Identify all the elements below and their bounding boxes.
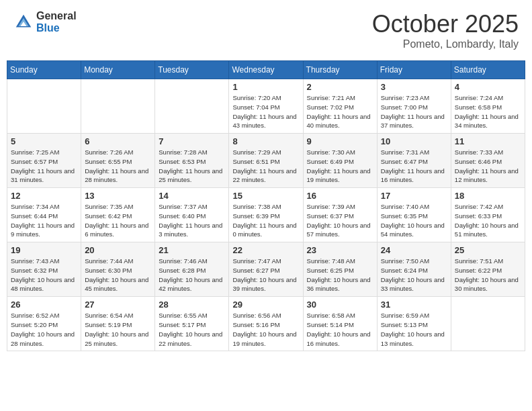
day-number: 2 bbox=[307, 82, 373, 92]
day-number: 31 bbox=[381, 300, 447, 310]
day-number: 11 bbox=[455, 136, 521, 146]
day-info: Sunrise: 7:47 AM Sunset: 6:27 PM Dayligh… bbox=[232, 257, 299, 293]
calendar-cell bbox=[81, 79, 155, 134]
calendar-cell: 14Sunrise: 7:37 AM Sunset: 6:40 PM Dayli… bbox=[155, 188, 229, 242]
calendar-cell: 13Sunrise: 7:35 AM Sunset: 6:42 PM Dayli… bbox=[81, 188, 155, 242]
weekday-header-row: SundayMondayTuesdayWednesdayThursdayFrid… bbox=[7, 61, 525, 79]
location-text: Pometo, Lombardy, Italy bbox=[372, 38, 519, 50]
weekday-header-saturday: Saturday bbox=[451, 61, 525, 79]
day-number: 25 bbox=[455, 245, 521, 255]
day-info: Sunrise: 7:21 AM Sunset: 7:02 PM Dayligh… bbox=[307, 93, 373, 130]
day-info: Sunrise: 7:25 AM Sunset: 6:57 PM Dayligh… bbox=[11, 148, 77, 185]
week-row-1: 5Sunrise: 7:25 AM Sunset: 6:57 PM Daylig… bbox=[7, 134, 525, 188]
day-number: 27 bbox=[85, 300, 151, 310]
day-number: 30 bbox=[307, 300, 373, 310]
day-number: 10 bbox=[381, 136, 447, 146]
calendar-cell: 9Sunrise: 7:30 AM Sunset: 6:49 PM Daylig… bbox=[303, 134, 377, 188]
day-info: Sunrise: 7:38 AM Sunset: 6:39 PM Dayligh… bbox=[232, 202, 299, 239]
weekday-header-tuesday: Tuesday bbox=[155, 61, 229, 79]
day-number: 5 bbox=[11, 136, 77, 146]
day-number: 16 bbox=[307, 191, 373, 201]
logo-text: General Blue bbox=[36, 10, 77, 34]
day-number: 12 bbox=[11, 191, 77, 201]
day-info: Sunrise: 7:31 AM Sunset: 6:47 PM Dayligh… bbox=[381, 148, 447, 185]
calendar-cell: 30Sunrise: 6:58 AM Sunset: 5:14 PM Dayli… bbox=[303, 297, 377, 351]
weekday-header-thursday: Thursday bbox=[303, 61, 377, 79]
weekday-header-wednesday: Wednesday bbox=[229, 61, 303, 79]
day-info: Sunrise: 6:54 AM Sunset: 5:19 PM Dayligh… bbox=[85, 311, 151, 348]
calendar-cell bbox=[155, 79, 229, 134]
day-number: 18 bbox=[455, 191, 521, 201]
day-number: 13 bbox=[85, 191, 151, 201]
day-info: Sunrise: 7:34 AM Sunset: 6:44 PM Dayligh… bbox=[11, 202, 77, 239]
day-number: 17 bbox=[381, 191, 447, 201]
day-number: 22 bbox=[232, 245, 299, 255]
day-info: Sunrise: 7:40 AM Sunset: 6:35 PM Dayligh… bbox=[381, 202, 447, 239]
day-info: Sunrise: 6:58 AM Sunset: 5:14 PM Dayligh… bbox=[307, 311, 373, 348]
calendar-cell bbox=[7, 79, 81, 134]
day-number: 4 bbox=[455, 82, 521, 92]
day-number: 14 bbox=[159, 191, 225, 201]
logo-general-text: General bbox=[36, 10, 77, 22]
week-row-3: 19Sunrise: 7:43 AM Sunset: 6:32 PM Dayli… bbox=[7, 242, 525, 297]
day-info: Sunrise: 7:46 AM Sunset: 6:28 PM Dayligh… bbox=[159, 257, 225, 293]
calendar-cell: 15Sunrise: 7:38 AM Sunset: 6:39 PM Dayli… bbox=[229, 188, 303, 242]
calendar-cell: 18Sunrise: 7:42 AM Sunset: 6:33 PM Dayli… bbox=[451, 188, 525, 242]
calendar-cell: 1Sunrise: 7:20 AM Sunset: 7:04 PM Daylig… bbox=[229, 79, 303, 134]
day-number: 8 bbox=[232, 136, 299, 146]
calendar-cell: 3Sunrise: 7:23 AM Sunset: 7:00 PM Daylig… bbox=[377, 79, 451, 134]
calendar-cell: 16Sunrise: 7:39 AM Sunset: 6:37 PM Dayli… bbox=[303, 188, 377, 242]
day-info: Sunrise: 7:30 AM Sunset: 6:49 PM Dayligh… bbox=[307, 148, 373, 185]
day-info: Sunrise: 6:56 AM Sunset: 5:16 PM Dayligh… bbox=[232, 311, 299, 348]
week-row-0: 1Sunrise: 7:20 AM Sunset: 7:04 PM Daylig… bbox=[7, 79, 525, 134]
day-info: Sunrise: 6:59 AM Sunset: 5:13 PM Dayligh… bbox=[381, 311, 447, 348]
day-number: 9 bbox=[307, 136, 373, 146]
day-number: 1 bbox=[232, 82, 299, 92]
day-info: Sunrise: 7:51 AM Sunset: 6:22 PM Dayligh… bbox=[455, 257, 521, 293]
calendar-cell: 21Sunrise: 7:46 AM Sunset: 6:28 PM Dayli… bbox=[155, 242, 229, 297]
day-number: 15 bbox=[232, 191, 299, 201]
day-number: 26 bbox=[11, 300, 77, 310]
calendar-cell: 2Sunrise: 7:21 AM Sunset: 7:02 PM Daylig… bbox=[303, 79, 377, 134]
day-info: Sunrise: 7:33 AM Sunset: 6:46 PM Dayligh… bbox=[455, 148, 521, 185]
day-info: Sunrise: 7:42 AM Sunset: 6:33 PM Dayligh… bbox=[455, 202, 521, 239]
week-row-4: 26Sunrise: 6:52 AM Sunset: 5:20 PM Dayli… bbox=[7, 297, 525, 351]
calendar-cell: 26Sunrise: 6:52 AM Sunset: 5:20 PM Dayli… bbox=[7, 297, 81, 351]
day-number: 3 bbox=[381, 82, 447, 92]
day-info: Sunrise: 7:28 AM Sunset: 6:53 PM Dayligh… bbox=[159, 148, 225, 185]
day-info: Sunrise: 7:23 AM Sunset: 7:00 PM Dayligh… bbox=[381, 93, 447, 130]
logo: General Blue bbox=[13, 10, 77, 34]
calendar-cell: 8Sunrise: 7:29 AM Sunset: 6:51 PM Daylig… bbox=[229, 134, 303, 188]
calendar-cell: 20Sunrise: 7:44 AM Sunset: 6:30 PM Dayli… bbox=[81, 242, 155, 297]
day-info: Sunrise: 7:44 AM Sunset: 6:30 PM Dayligh… bbox=[85, 257, 151, 293]
calendar-cell: 4Sunrise: 7:24 AM Sunset: 6:58 PM Daylig… bbox=[451, 79, 525, 134]
weekday-header-monday: Monday bbox=[81, 61, 155, 79]
day-info: Sunrise: 7:50 AM Sunset: 6:24 PM Dayligh… bbox=[381, 257, 447, 293]
logo-icon bbox=[13, 12, 34, 32]
day-info: Sunrise: 7:24 AM Sunset: 6:58 PM Dayligh… bbox=[455, 93, 521, 130]
month-title: October 2025 bbox=[372, 10, 519, 38]
calendar-cell: 5Sunrise: 7:25 AM Sunset: 6:57 PM Daylig… bbox=[7, 134, 81, 188]
calendar-cell: 6Sunrise: 7:26 AM Sunset: 6:55 PM Daylig… bbox=[81, 134, 155, 188]
calendar-cell: 11Sunrise: 7:33 AM Sunset: 6:46 PM Dayli… bbox=[451, 134, 525, 188]
calendar-cell: 24Sunrise: 7:50 AM Sunset: 6:24 PM Dayli… bbox=[377, 242, 451, 297]
day-info: Sunrise: 7:26 AM Sunset: 6:55 PM Dayligh… bbox=[85, 148, 151, 185]
calendar-cell bbox=[451, 297, 525, 351]
calendar-cell: 10Sunrise: 7:31 AM Sunset: 6:47 PM Dayli… bbox=[377, 134, 451, 188]
day-info: Sunrise: 7:20 AM Sunset: 7:04 PM Dayligh… bbox=[232, 93, 299, 130]
day-number: 29 bbox=[232, 300, 299, 310]
day-number: 20 bbox=[85, 245, 151, 255]
day-number: 6 bbox=[85, 136, 151, 146]
day-info: Sunrise: 7:37 AM Sunset: 6:40 PM Dayligh… bbox=[159, 202, 225, 239]
day-number: 24 bbox=[381, 245, 447, 255]
day-info: Sunrise: 7:29 AM Sunset: 6:51 PM Dayligh… bbox=[232, 148, 299, 185]
title-block: October 2025 Pometo, Lombardy, Italy bbox=[372, 10, 519, 50]
day-info: Sunrise: 7:35 AM Sunset: 6:42 PM Dayligh… bbox=[85, 202, 151, 239]
week-row-2: 12Sunrise: 7:34 AM Sunset: 6:44 PM Dayli… bbox=[7, 188, 525, 242]
page-header: General Blue October 2025 Pometo, Lombar… bbox=[7, 7, 525, 54]
calendar-cell: 12Sunrise: 7:34 AM Sunset: 6:44 PM Dayli… bbox=[7, 188, 81, 242]
calendar-cell: 7Sunrise: 7:28 AM Sunset: 6:53 PM Daylig… bbox=[155, 134, 229, 188]
day-info: Sunrise: 7:48 AM Sunset: 6:25 PM Dayligh… bbox=[307, 257, 373, 293]
day-number: 19 bbox=[11, 245, 77, 255]
calendar-cell: 28Sunrise: 6:55 AM Sunset: 5:17 PM Dayli… bbox=[155, 297, 229, 351]
